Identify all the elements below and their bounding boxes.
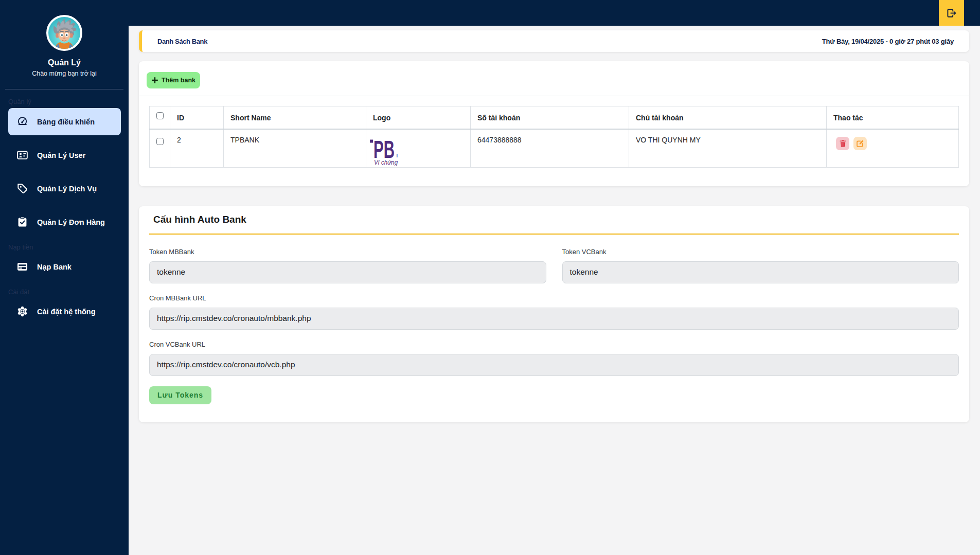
svg-text:Ví chứng: Ví chứng — [374, 158, 398, 166]
